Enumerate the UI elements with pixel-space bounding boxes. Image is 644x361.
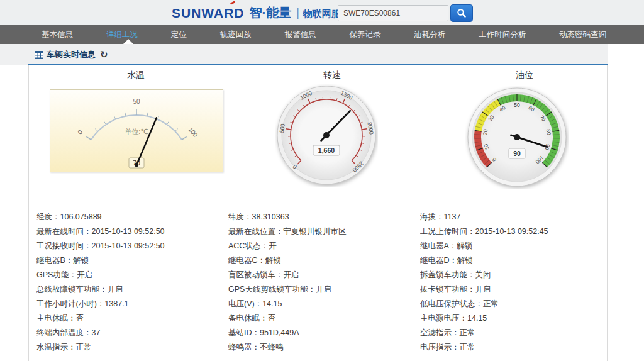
- nav-tab-3[interactable]: 定位: [171, 25, 187, 44]
- brand-accent-mark: [230, 2, 236, 6]
- nav-tab-9[interactable]: 动态密码查询: [559, 25, 606, 44]
- info-item: 工况接收时间：2015-10-13 09:52:50: [36, 239, 221, 253]
- info-item: 总线故障锁车功能：开启: [36, 282, 221, 297]
- info-item: 电压(V)：14.15: [228, 297, 413, 311]
- info-item: 备电休眠：否: [228, 311, 413, 326]
- nav-tab-4[interactable]: 轨迹回放: [220, 25, 252, 44]
- info-item: GPS天线剪线锁车功能：开启: [228, 282, 413, 297]
- table-icon: [35, 51, 43, 59]
- water-temp-gauge: 050100单位:℃70: [50, 89, 223, 172]
- svg-text:单位:℃: 单位:℃: [125, 128, 148, 135]
- info-column-2: 纬度：38.310363最新在线位置：宁夏银川银川市区ACC状态：开继电器C：解…: [221, 210, 413, 355]
- active-tab-pointer: [123, 39, 133, 44]
- svg-text:50: 50: [133, 98, 140, 105]
- svg-text:50: 50: [514, 102, 520, 108]
- info-column-1: 经度：106.075889最新在线时间：2015-10-13 09:52:50工…: [29, 210, 221, 355]
- info-item: 继电器D：解锁: [420, 253, 604, 268]
- search-button[interactable]: [450, 4, 473, 22]
- info-column-3: 海拔：1137工况上传时间：2015-10-13 09:52:45继电器A：解锁…: [413, 210, 604, 355]
- info-item: 拔卡锁车功能：开启: [420, 282, 604, 297]
- info-item: 经度：106.075889: [36, 210, 221, 225]
- info-item: 空滤指示：正常: [420, 326, 604, 340]
- search-icon: [457, 8, 467, 18]
- info-item: 终端内部温度：37: [36, 326, 221, 340]
- info-item: 继电器C：解锁: [228, 253, 413, 268]
- info-item: 海拔：1137: [420, 210, 604, 225]
- refresh-icon[interactable]: ↻: [100, 50, 108, 59]
- info-item: 主电源电压：14.15: [420, 311, 604, 326]
- info-item: 继电器B：解锁: [36, 253, 221, 268]
- svg-text:80: 80: [545, 129, 552, 136]
- info-item: 工作小时计(小时)：1387.1: [36, 297, 221, 311]
- gauge-title-oil-level: 油位: [516, 70, 533, 81]
- svg-text:90: 90: [513, 150, 521, 157]
- info-item: 电压指示：正常: [420, 340, 604, 355]
- gauge-title-rpm: 转速: [323, 70, 341, 81]
- info-item: 主电休眠：否: [36, 311, 221, 326]
- info-item: GPS功能：开启: [36, 268, 221, 282]
- brand-logo: SUNWARD: [172, 6, 245, 21]
- nav-tab-7[interactable]: 油耗分析: [414, 25, 445, 44]
- info-grid: 经度：106.075889最新在线时间：2015-10-13 09:52:50工…: [29, 210, 608, 355]
- svg-text:20: 20: [482, 128, 489, 135]
- brand-chinese: 智·能量: [250, 4, 292, 21]
- info-item: 水温指示：正常: [36, 340, 221, 355]
- svg-text:100: 100: [187, 126, 199, 138]
- rpm-gauge: 050010001500200025001,660: [275, 84, 378, 187]
- main-nav: 基本信息详细工况定位轨迹回放报警信息保养记录油耗分析工作时间分析动态密码查询: [0, 25, 644, 44]
- info-item: 蜂鸣器：不蜂鸣: [228, 340, 413, 355]
- info-item: 最新在线时间：2015-10-13 09:52:50: [36, 225, 221, 239]
- info-item: 基站ID：951D,449A: [228, 326, 413, 340]
- brand-divider: |: [296, 6, 299, 19]
- nav-tab-5[interactable]: 报警信息: [285, 25, 316, 44]
- nav-tab-8[interactable]: 工作时间分析: [479, 25, 526, 44]
- content-card: 水温 转速 油位 050100单位:℃70 050010001500200025…: [28, 65, 608, 361]
- nav-tab-6[interactable]: 保养记录: [349, 25, 380, 44]
- section-title: 车辆实时信息: [47, 49, 96, 60]
- info-item: 拆盖锁车功能：关闭: [420, 268, 604, 282]
- info-item: 继电器A：解锁: [420, 239, 604, 253]
- info-item: 低电压保护状态：正常: [420, 297, 604, 311]
- svg-text:1,660: 1,660: [318, 147, 335, 154]
- top-header: SUNWARD 智·能量 | 物联网服务平台: [0, 0, 644, 25]
- page: SUNWARD 智·能量 | 物联网服务平台 基本信息详细工况定位轨迹回放报警信…: [0, 0, 644, 361]
- info-item: 最新在线位置：宁夏银川银川市区: [228, 225, 413, 239]
- gauge-title-water-temp: 水温: [127, 70, 145, 81]
- svg-text:0: 0: [76, 128, 84, 136]
- nav-tab-1[interactable]: 基本信息: [42, 25, 73, 44]
- info-item: ACC状态：开: [228, 239, 413, 253]
- section-strip: 车辆实时信息 ↻: [0, 44, 608, 65]
- search-box: [338, 4, 473, 22]
- info-item: 盲区被动锁车：开启: [228, 268, 413, 282]
- oil-level-gauge: 010203040506070809010090: [465, 86, 569, 189]
- search-input[interactable]: [338, 5, 448, 21]
- info-item: 纬度：38.310363: [228, 210, 413, 225]
- info-item: 工况上传时间：2015-10-13 09:52:45: [420, 225, 604, 239]
